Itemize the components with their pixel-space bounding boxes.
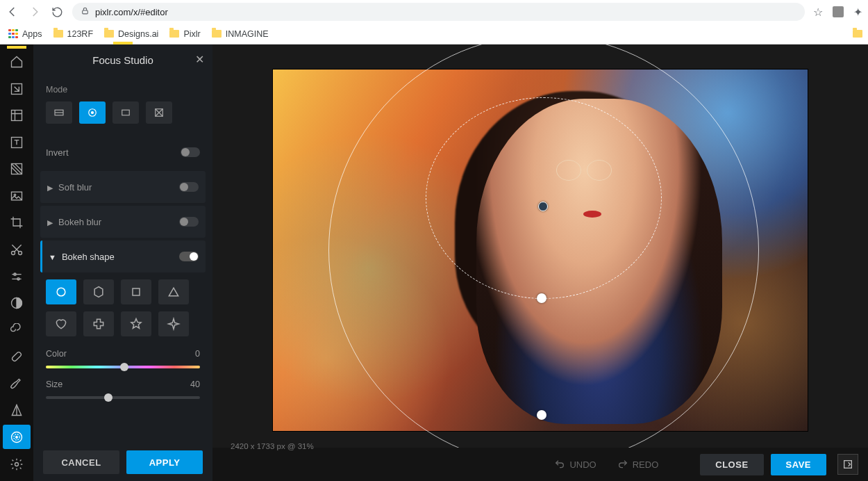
puzzle-icon[interactable]: ✦ — [853, 6, 862, 19]
fill-tool[interactable] — [3, 157, 31, 181]
bookmark-label: Pixlr — [183, 29, 200, 39]
svg-rect-2 — [12, 111, 22, 121]
folder-icon[interactable] — [853, 30, 862, 38]
mode-square[interactable] — [112, 101, 139, 124]
cut-tool[interactable] — [3, 238, 31, 262]
chevron-right-icon: ▶ — [47, 218, 53, 227]
bokeh-shape-row[interactable]: ▼Bokeh shape — [40, 241, 206, 272]
svg-rect-23 — [133, 288, 140, 295]
apply-button[interactable]: APPLY — [126, 450, 203, 474]
heal-tool[interactable] — [3, 345, 31, 369]
redo-button[interactable]: REDO — [610, 459, 666, 470]
focus-inner-handle[interactable] — [537, 293, 546, 303]
adjust-tool[interactable] — [3, 264, 31, 288]
photo — [273, 70, 808, 431]
focus-inner-ring[interactable] — [426, 97, 662, 299]
shape-heart[interactable] — [46, 311, 76, 336]
color-slider-row: Color 0 — [46, 349, 200, 368]
size-slider[interactable] — [46, 396, 200, 399]
sharpen-tool[interactable] — [3, 398, 31, 423]
bookmark-pixlr[interactable]: Pixlr — [169, 29, 200, 39]
apps-shortcut[interactable]: Apps — [8, 29, 42, 39]
bookmark-inmagine[interactable]: INMAGINE — [212, 29, 269, 39]
address-bar[interactable]: pixlr.com/x/#editor — [72, 3, 805, 21]
image-tool[interactable] — [3, 184, 31, 209]
text-tool[interactable] — [3, 131, 31, 155]
contrast-tool[interactable] — [3, 291, 31, 316]
svg-point-22 — [57, 288, 65, 296]
extension-icon[interactable] — [833, 6, 844, 17]
mode-none[interactable] — [146, 101, 172, 124]
shape-sparkle[interactable] — [158, 311, 189, 336]
focus-studio-panel: Focus Studio ✕ Mode Invert ▶Soft blur ▶B… — [33, 44, 212, 481]
editor-app: Focus Studio ✕ Mode Invert ▶Soft blur ▶B… — [0, 44, 868, 481]
bokeh-shape-toggle[interactable] — [179, 252, 199, 261]
arrange-tool[interactable] — [3, 77, 31, 101]
crop-tool[interactable] — [3, 211, 31, 235]
size-value: 40 — [190, 380, 200, 389]
settings-tool[interactable] — [3, 452, 31, 477]
chevron-down-icon: ▼ — [49, 253, 56, 261]
bokeh-blur-row[interactable]: ▶Bokeh blur — [40, 206, 206, 238]
spiral-tool[interactable] — [3, 318, 31, 342]
panel-footer: CANCEL APPLY — [33, 443, 212, 481]
apps-icon — [8, 29, 18, 39]
home-tool[interactable] — [3, 50, 31, 74]
bokeh-shape-grid — [46, 279, 200, 336]
focus-tool[interactable] — [3, 425, 31, 449]
canvas[interactable] — [212, 44, 868, 448]
invert-label: Invert — [46, 147, 69, 158]
browser-nav-bar: pixlr.com/x/#editor ☆ ✦ — [0, 0, 868, 24]
vertical-toolbar — [0, 44, 33, 481]
color-value: 0 — [195, 349, 200, 359]
cancel-button[interactable]: CANCEL — [43, 450, 119, 474]
close-panel-button[interactable]: ✕ — [195, 53, 204, 66]
bookmark-label: 123RF — [67, 29, 94, 39]
color-slider[interactable] — [46, 366, 200, 368]
redo-label: REDO — [633, 459, 659, 470]
star-icon[interactable]: ☆ — [813, 6, 823, 19]
mode-selector — [46, 101, 200, 124]
svg-rect-20 — [122, 110, 130, 115]
soft-blur-toggle[interactable] — [179, 182, 199, 192]
shape-plus[interactable] — [83, 311, 114, 336]
svg-rect-0 — [83, 10, 88, 14]
bookmark-123rf[interactable]: 123RF — [53, 29, 94, 39]
shape-circle[interactable] — [46, 279, 76, 304]
focus-outer-handle[interactable] — [537, 410, 546, 420]
bokeh-blur-toggle[interactable] — [179, 217, 199, 227]
bokeh-blur-label: Bokeh blur — [58, 217, 101, 227]
chevron-right-icon: ▶ — [47, 184, 53, 192]
mode-radial[interactable] — [79, 101, 106, 124]
bookmark-label: INMAGINE — [226, 29, 269, 39]
shape-star[interactable] — [121, 311, 151, 336]
svg-point-19 — [92, 112, 94, 114]
folder-icon — [104, 30, 114, 38]
save-button[interactable]: SAVE — [771, 454, 826, 475]
close-button[interactable]: CLOSE — [700, 454, 763, 475]
canvas-status: 2420 x 1733 px @ 31% — [221, 438, 324, 455]
bookmark-label: Designs.ai — [118, 29, 158, 39]
shape-hexagon[interactable] — [83, 279, 114, 304]
url-text: pixlr.com/x/#editor — [95, 7, 168, 17]
lock-icon — [81, 6, 90, 17]
svg-point-15 — [16, 436, 18, 438]
shape-triangle[interactable] — [158, 279, 189, 304]
folder-icon — [53, 30, 63, 38]
undo-label: UNDO — [569, 459, 596, 470]
crop-layout-tool[interactable] — [3, 104, 31, 128]
bookmark-designsai[interactable]: Designs.ai — [104, 29, 158, 39]
expand-panel-button[interactable] — [837, 454, 858, 475]
back-button[interactable] — [6, 5, 19, 19]
shape-square[interactable] — [121, 279, 151, 304]
soft-blur-row[interactable]: ▶Soft blur — [40, 171, 206, 203]
brush-tool[interactable] — [3, 371, 31, 396]
panel-title: Focus Studio — [92, 54, 153, 66]
folder-icon — [212, 30, 222, 38]
invert-toggle[interactable] — [181, 147, 200, 157]
focus-center-handle[interactable] — [538, 202, 548, 211]
forward-button[interactable] — [28, 5, 42, 19]
undo-button[interactable]: UNDO — [547, 459, 603, 470]
reload-button[interactable] — [50, 5, 64, 19]
mode-linear[interactable] — [46, 101, 72, 124]
